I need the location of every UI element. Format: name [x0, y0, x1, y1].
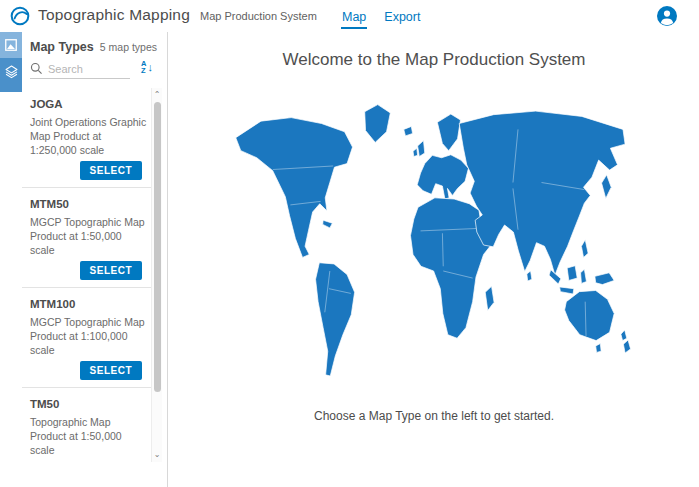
list-item-mtm50: MTM50 MGCP Topographic Map Product at 1:… — [22, 188, 152, 288]
layers-icon — [4, 64, 19, 79]
map-type-name: MTM100 — [30, 298, 146, 310]
land-new-guinea — [595, 273, 614, 285]
land-philippines — [581, 240, 588, 258]
tool-strip — [0, 32, 22, 92]
land-tasmania — [596, 344, 601, 353]
app-header: Topographic Mapping Map Production Syste… — [0, 0, 699, 32]
map-type-list: JOGA Joint Operations Graphic Map Produc… — [22, 88, 152, 459]
map-type-name: TM50 — [30, 398, 146, 410]
land-cuba — [323, 220, 333, 228]
land-java — [560, 287, 574, 294]
sort-az-icon: AZ — [141, 60, 146, 74]
land-iceland — [404, 126, 413, 135]
map-products-tool-button[interactable] — [0, 32, 22, 58]
scrollbar-thumb[interactable] — [154, 102, 161, 392]
list-scrollbar[interactable]: ⌃ ⌄ — [151, 88, 162, 462]
land-madagascar — [485, 286, 494, 310]
panel-head: Map Types 5 map types — [30, 40, 157, 56]
land-sri-lanka — [527, 271, 532, 281]
map-types-panel: Map Types 5 map types AZ ↓ JOGA Joint Op… — [0, 32, 168, 487]
select-button[interactable]: SELECT — [80, 361, 142, 380]
globe-logo-icon — [10, 6, 30, 26]
world-map-image — [224, 94, 644, 389]
scroll-up-icon[interactable]: ⌃ — [152, 90, 162, 100]
sort-down-arrow-icon: ↓ — [148, 61, 154, 73]
land-south-america — [316, 263, 355, 376]
map-type-count: 5 map types — [100, 41, 157, 53]
land-uk — [418, 141, 425, 157]
tab-map[interactable]: Map — [341, 4, 367, 29]
land-north-america — [236, 118, 353, 258]
map-type-description: Topographic Map Product at 1:50,000 scal… — [30, 415, 148, 457]
land-ireland — [413, 148, 418, 156]
search-row — [30, 62, 130, 79]
app-subtitle: Map Production System — [200, 10, 317, 22]
select-button[interactable]: SELECT — [80, 161, 142, 180]
user-avatar-icon[interactable] — [657, 6, 677, 26]
list-item-joga: JOGA Joint Operations Graphic Map Produc… — [22, 88, 152, 188]
helper-text: Choose a Map Type on the left to get sta… — [169, 409, 699, 423]
scroll-down-icon[interactable]: ⌄ — [152, 450, 162, 460]
map-type-description: MGCP Topographic Map Product at 1:50,000… — [30, 215, 148, 257]
land-new-zealand — [621, 330, 631, 353]
map-type-name: JOGA — [30, 98, 146, 110]
brand: Topographic Mapping Map Production Syste… — [10, 6, 317, 26]
map-type-description: MGCP Topographic Map Product at 1:100,00… — [30, 315, 148, 357]
land-greenland — [365, 105, 391, 143]
search-input[interactable] — [48, 63, 128, 75]
map-products-icon — [4, 38, 18, 52]
land-borneo — [567, 266, 577, 281]
app-title: Topographic Mapping — [38, 6, 190, 24]
select-button[interactable]: SELECT — [80, 261, 142, 280]
welcome-title: Welcome to the Map Production System — [169, 50, 699, 70]
tab-export[interactable]: Export — [383, 4, 421, 29]
list-item-mtm100: MTM100 MGCP Topographic Map Product at 1… — [22, 288, 152, 388]
map-type-description: Joint Operations Graphic Map Product at … — [30, 115, 148, 157]
welcome-panel: Welcome to the Map Production System — [169, 32, 699, 487]
search-icon — [30, 62, 43, 75]
list-item-tm50: TM50 Topographic Map Product at 1:50,000… — [22, 388, 152, 459]
main-tabs: Map Export — [341, 0, 421, 32]
map-type-name: MTM50 — [30, 198, 146, 210]
land-japan — [602, 175, 612, 199]
land-sulawesi — [581, 269, 587, 283]
panel-title: Map Types — [30, 40, 94, 54]
sort-az-button[interactable]: AZ ↓ — [141, 60, 153, 74]
land-australia — [565, 290, 615, 340]
land-scandinavia — [437, 114, 460, 151]
land-europe — [417, 155, 468, 199]
layers-tool-button[interactable] — [0, 58, 22, 84]
